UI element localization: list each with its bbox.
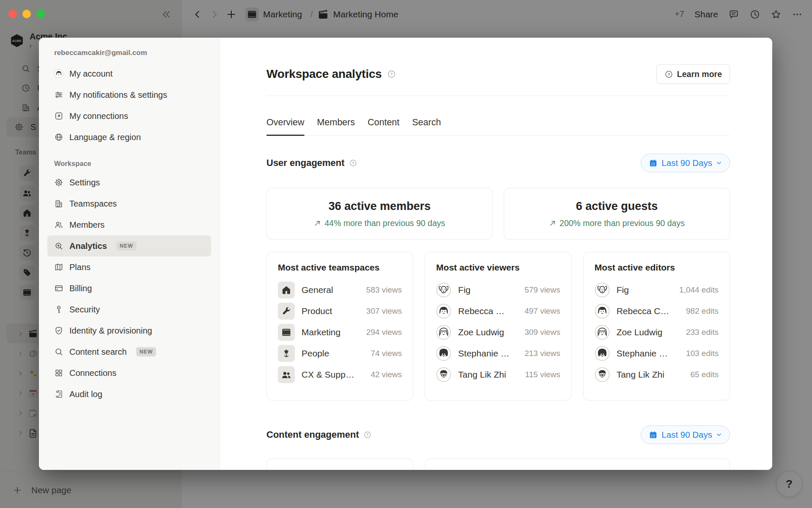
table-row: Rebecca C… 982 edits: [595, 301, 719, 322]
tab-label: Overview: [266, 117, 304, 127]
row-value: 233 edits: [686, 328, 719, 337]
avatar-woman-light-hair-icon: [436, 325, 451, 340]
date-range-select[interactable]: Last 90 Days: [641, 425, 730, 444]
stat-delta-label: 44% more than previous 90 days: [324, 218, 445, 228]
analytics-tabs: Overview Members Content Search: [266, 116, 730, 136]
home-icon: [278, 282, 295, 298]
row-label: Rebecca …: [458, 306, 518, 316]
workspace-settings-nav: Settings Teamspaces Members Analytics NE…: [47, 172, 211, 405]
settings-nav-label: Audit log: [69, 389, 102, 399]
svg-text:?: ?: [667, 72, 670, 76]
sliders-icon: [54, 90, 63, 99]
clipped-card: [425, 458, 730, 470]
settings-nav-item[interactable]: Security: [47, 299, 211, 320]
settings-nav-item[interactable]: Plans: [47, 257, 211, 278]
row-label: People: [302, 348, 364, 359]
stat-delta-label: 200% more than previous 90 days: [560, 218, 685, 228]
row-value: 115 views: [525, 370, 560, 379]
new-badge: NEW: [136, 347, 156, 356]
flower-icon: [278, 345, 295, 362]
avatar-woman-dark-hair-icon: [436, 304, 451, 319]
tab-label: Content: [368, 117, 399, 127]
row-label: Tang Lik Zhi: [458, 370, 518, 380]
tab[interactable]: Members: [317, 116, 355, 128]
row-value: 42 views: [370, 370, 402, 379]
workspace-section-header: Workspace: [47, 160, 211, 168]
arrow-up-right-box-icon: [54, 111, 63, 121]
svg-text:?: ?: [390, 72, 393, 76]
window-controls: [8, 10, 45, 18]
row-value: 497 views: [524, 306, 560, 316]
row-label: CX & Supp…: [302, 370, 364, 380]
table-row: Tang Lik Zhi 65 edits: [595, 364, 719, 385]
settings-nav-item[interactable]: Analytics NEW: [47, 235, 211, 257]
settings-nav-label: Connections: [69, 368, 116, 378]
table-row: Tang Lik Zhi 115 views: [436, 364, 560, 385]
settings-nav-item[interactable]: Teamspaces: [47, 193, 211, 214]
card-title: Most active editors: [595, 262, 719, 273]
settings-nav-label: Teamspaces: [69, 199, 117, 209]
table-row: Marketing 294 views: [278, 322, 402, 343]
film-icon: [278, 324, 295, 341]
card-title: Most active teamspaces: [278, 262, 402, 273]
settings-nav-item[interactable]: Connections: [47, 362, 211, 384]
new-badge: NEW: [116, 241, 137, 251]
row-label: Product: [302, 306, 359, 316]
learn-more-button[interactable]: ? Learn more: [656, 64, 730, 84]
avatar-dog-icon: [436, 282, 451, 298]
settings-nav-label: Security: [69, 305, 100, 315]
settings-nav-item[interactable]: Audit log: [47, 384, 211, 405]
row-label: Fig: [458, 285, 518, 295]
most-active-editors-card: Most active editors Fig 1,044 edits Rebe…: [583, 252, 730, 400]
search-icon: [54, 347, 63, 356]
avatar-woman-bun-icon: [595, 346, 610, 361]
account-email: rebeccamcakir@gmail.com: [47, 49, 211, 57]
section-title-user-engagement: User engagement: [266, 157, 345, 168]
date-range-select[interactable]: Last 90 Days: [641, 154, 730, 172]
row-label: Marketing: [302, 327, 359, 337]
clipped-card: [266, 458, 413, 470]
row-label: Fig: [617, 285, 672, 295]
row-label: Tang Lik Zhi: [617, 370, 684, 380]
close-button[interactable]: [8, 10, 17, 18]
help-circle-icon[interactable]: ?: [363, 431, 372, 439]
most-active-viewers-card: Most active viewers Fig 579 views Rebecc…: [425, 252, 571, 400]
scroll-icon: [54, 389, 63, 399]
settings-nav-item[interactable]: My account: [47, 63, 211, 84]
settings-nav-label: My connections: [69, 111, 128, 121]
avatar-woman-dark-hair-icon: [595, 304, 610, 319]
row-value: 982 edits: [686, 306, 719, 316]
people-filled-icon: [278, 366, 295, 383]
table-row: Stephanie … 213 views: [436, 343, 560, 364]
settings-nav-item[interactable]: Identity & provisioning: [47, 320, 211, 341]
zoom-button[interactable]: [36, 10, 45, 18]
settings-nav-item[interactable]: My connections: [47, 105, 211, 127]
settings-nav-label: My account: [69, 69, 112, 79]
help-circle-icon[interactable]: ?: [349, 159, 357, 167]
tab[interactable]: Overview: [266, 116, 304, 128]
grid-icon: [54, 368, 63, 378]
tab[interactable]: Search: [412, 116, 441, 128]
section-title-content-engagement: Content engagement: [266, 429, 359, 440]
row-value: 579 views: [524, 285, 560, 295]
help-circle-icon[interactable]: ?: [387, 69, 396, 79]
settings-nav-item[interactable]: Content search NEW: [47, 341, 211, 362]
tab-label: Search: [412, 117, 441, 127]
divider: [266, 96, 730, 96]
settings-nav-item[interactable]: My notifications & settings: [47, 84, 211, 105]
table-row: Product 307 views: [278, 301, 402, 322]
settings-nav-item[interactable]: Billing: [47, 278, 211, 299]
date-range-label: Last 90 Days: [661, 430, 712, 440]
tab[interactable]: Content: [368, 116, 399, 128]
trend-up-icon: [549, 220, 556, 227]
settings-nav-label: Settings: [69, 178, 100, 188]
table-row: CX & Supp… 42 views: [278, 364, 402, 385]
stat-value: 6 active guests: [576, 200, 658, 213]
settings-nav-item[interactable]: Members: [47, 214, 211, 235]
settings-nav-item[interactable]: Settings: [47, 172, 211, 193]
table-row: Fig 1,044 edits: [595, 279, 719, 301]
settings-nav-item[interactable]: Language & region: [47, 127, 211, 148]
minimize-button[interactable]: [22, 10, 31, 18]
account-settings-nav: My account My notifications & settings M…: [47, 63, 211, 148]
most-active-teamspaces-card: Most active teamspaces General 583 views…: [266, 252, 413, 400]
